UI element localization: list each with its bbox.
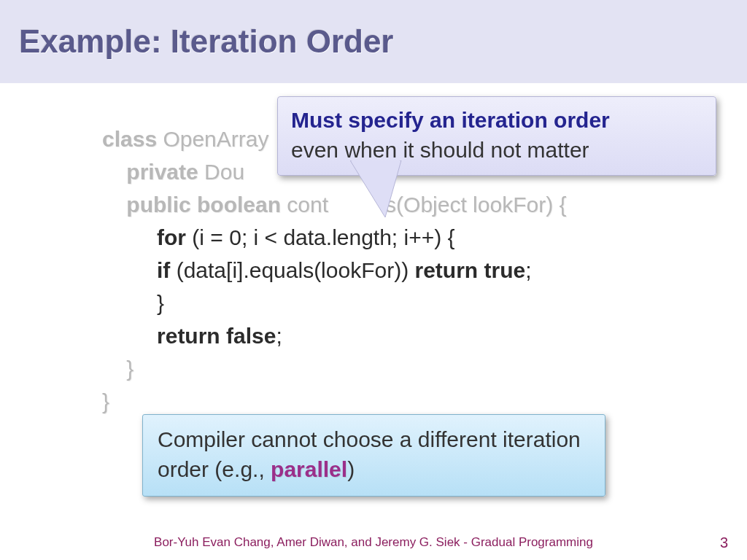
code-line-7: return false; <box>102 319 566 352</box>
callout-top: Must specify an iteration order even whe… <box>277 96 716 176</box>
code-line-9: } <box>102 385 566 418</box>
title-bar: Example: Iteration Order <box>0 0 747 83</box>
code-line-3: public boolean conts(Object lookFor) { <box>102 188 566 221</box>
page-number: 3 <box>720 534 728 551</box>
code-line-4: for (i = 0; i < data.length; i++) { <box>102 221 566 254</box>
code-line-6: } <box>102 287 566 319</box>
code-line-5: if (data[i].equals(lookFor)) return true… <box>102 254 566 287</box>
callout-bottom-text-pre: Compiler cannot choose a different itera… <box>158 427 581 481</box>
callout-top-emph: Must specify an iteration order <box>291 108 610 132</box>
code-line-8: } <box>102 352 566 385</box>
callout-bottom-text-post: ) <box>347 457 355 481</box>
footer-text: Bor-Yuh Evan Chang, Amer Diwan, and Jere… <box>0 535 747 550</box>
slide-title: Example: Iteration Order <box>19 23 393 60</box>
callout-top-text: even when it should not matter <box>291 138 589 162</box>
callout-bottom-emph: parallel <box>271 457 347 481</box>
callout-bottom: Compiler cannot choose a different itera… <box>142 414 605 497</box>
